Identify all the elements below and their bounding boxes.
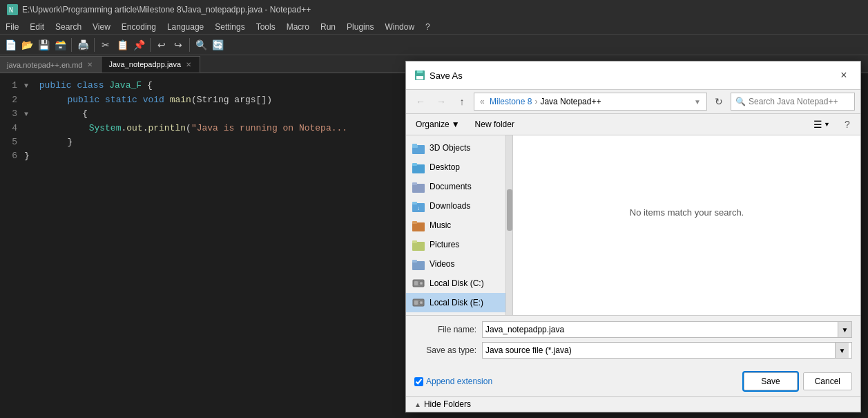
- new-folder-button[interactable]: New folder: [470, 117, 520, 131]
- toolbar-open[interactable]: 📂: [19, 37, 35, 53]
- nav-item-3d-objects-label: 3D Objects: [430, 143, 500, 153]
- menu-macro[interactable]: Macro: [281, 19, 315, 34]
- menu-run[interactable]: Run: [315, 19, 341, 34]
- nav-item-downloads-label: Downloads: [430, 201, 500, 211]
- view-button[interactable]: ☰ ▼: [809, 117, 834, 132]
- nav-back-button[interactable]: ←: [412, 93, 430, 111]
- dialog-close-button[interactable]: ×: [836, 67, 852, 84]
- filetype-dropdown-arrow[interactable]: ▼: [835, 343, 849, 358]
- local-disk-e-icon: [412, 296, 425, 310]
- menu-view[interactable]: View: [87, 19, 116, 34]
- nav-item-desktop[interactable]: Desktop: [406, 158, 505, 177]
- dialog-toolbar: Organize ▼ New folder ☰ ▼ ?: [406, 114, 860, 135]
- svg-rect-26: [414, 301, 418, 305]
- help-button[interactable]: ?: [840, 117, 855, 132]
- tab-0[interactable]: java.notepad++.en.md ✕: [0, 56, 102, 73]
- window-title: E:\Upwork\Programming article\Milestone …: [22, 5, 311, 15]
- search-box[interactable]: 🔍: [731, 93, 855, 111]
- menu-tools[interactable]: Tools: [251, 19, 281, 34]
- nav-item-desktop-label: Desktop: [430, 162, 500, 172]
- new-folder-label: New folder: [475, 120, 514, 129]
- nav-up-button[interactable]: ↑: [453, 93, 471, 111]
- nav-item-local-disk-c[interactable]: Local Disk (C:): [406, 274, 505, 293]
- menu-file[interactable]: File: [0, 19, 24, 34]
- nav-item-music-label: Music: [430, 220, 500, 230]
- breadcrumb-expand[interactable]: ▼: [694, 98, 701, 106]
- line-num-6: 6: [0, 149, 24, 163]
- search-icon: 🔍: [735, 97, 746, 106]
- toolbar-cut[interactable]: ✂: [98, 37, 113, 53]
- search-input[interactable]: [749, 97, 850, 106]
- menu-bar: File Edit Search View Encoding Language …: [0, 19, 868, 35]
- filename-input[interactable]: [485, 325, 835, 334]
- toolbar-save-all[interactable]: 🗃️: [52, 37, 68, 53]
- filetype-label: Save as type:: [414, 345, 476, 355]
- tab-1-close[interactable]: ✕: [184, 61, 193, 68]
- filename-dropdown-arrow[interactable]: ▼: [838, 322, 851, 337]
- menu-encoding[interactable]: Encoding: [116, 19, 162, 34]
- svg-rect-9: [412, 163, 417, 166]
- organize-button[interactable]: Organize ▼: [412, 117, 464, 131]
- left-panel-scroll-thumb[interactable]: [507, 189, 512, 231]
- save-button[interactable]: Save: [744, 372, 797, 390]
- toolbar-find[interactable]: 🔍: [193, 37, 209, 53]
- menu-search[interactable]: Search: [50, 19, 87, 34]
- append-extension-checkbox[interactable]: [414, 377, 423, 386]
- toolbar-print[interactable]: 🖨️: [75, 37, 90, 53]
- filetype-value: Java source file (*.java): [485, 345, 835, 355]
- nav-item-music[interactable]: Music: [406, 216, 505, 235]
- toolbar-new[interactable]: 📄: [3, 37, 18, 53]
- nav-item-videos[interactable]: Videos: [406, 254, 505, 274]
- tab-1-label: Java_notepadpp.java: [108, 60, 181, 68]
- toolbar-redo[interactable]: ↪: [171, 37, 186, 53]
- svg-rect-20: [412, 260, 417, 263]
- nav-item-local-disk-e[interactable]: Local Disk (E:): [406, 293, 505, 312]
- app-icon: N: [7, 4, 18, 15]
- menu-plugins[interactable]: Plugins: [341, 19, 379, 34]
- menu-help[interactable]: ?: [420, 19, 436, 34]
- breadcrumb-arrow: ›: [534, 97, 537, 106]
- toolbar-copy[interactable]: 📋: [115, 37, 130, 53]
- svg-point-24: [421, 283, 423, 285]
- menu-settings[interactable]: Settings: [209, 19, 250, 34]
- nav-item-documents[interactable]: Documents: [406, 177, 505, 196]
- nav-item-downloads[interactable]: ↓ Downloads: [406, 196, 505, 216]
- svg-point-28: [421, 302, 423, 304]
- toolbar-replace[interactable]: 🔄: [210, 37, 225, 53]
- cancel-button[interactable]: Cancel: [803, 372, 852, 390]
- nav-item-3d-objects[interactable]: 3D Objects: [406, 138, 505, 158]
- nav-item-local-disk-c-label: Local Disk (C:): [430, 278, 500, 288]
- nav-forward-button[interactable]: →: [432, 93, 450, 111]
- view-icon: ☰: [813, 119, 822, 130]
- filename-input-wrapper[interactable]: ▼: [482, 321, 852, 338]
- toolbar-sep-1: [71, 38, 72, 52]
- toolbar-paste[interactable]: 📌: [131, 37, 146, 53]
- tab-1[interactable]: Java_notepadpp.java ✕: [102, 56, 200, 73]
- dialog-title-text: Save As: [430, 70, 831, 81]
- svg-rect-3: [417, 70, 423, 73]
- svg-rect-16: [412, 221, 417, 224]
- append-extension-label[interactable]: Append extension: [414, 377, 492, 386]
- svg-rect-11: [412, 182, 417, 185]
- menu-window[interactable]: Window: [379, 19, 420, 34]
- line-num-3: 3: [0, 107, 24, 122]
- toolbar-save[interactable]: 💾: [36, 37, 51, 53]
- menu-edit[interactable]: Edit: [24, 19, 50, 34]
- append-extension-link[interactable]: Append extension: [426, 377, 492, 386]
- save-dialog-icon: [414, 70, 425, 81]
- menu-language[interactable]: Language: [162, 19, 209, 34]
- breadcrumb-current: Java Notepad++: [540, 97, 601, 106]
- tab-0-close[interactable]: ✕: [86, 61, 94, 68]
- nav-item-pictures[interactable]: Pictures: [406, 235, 505, 254]
- filetype-row: Save as type: Java source file (*.java) …: [414, 342, 852, 359]
- dialog-form: File name: ▼ Save as type: Java source f…: [406, 315, 860, 368]
- breadcrumb-milestone8[interactable]: Milestone 8: [490, 97, 532, 106]
- toolbar-undo[interactable]: ↩: [154, 37, 169, 53]
- left-panel: 3D Objects Desktop: [406, 135, 505, 315]
- nav-refresh-button[interactable]: ↻: [710, 93, 728, 111]
- hide-folders-row[interactable]: ▲ Hide Folders: [406, 396, 860, 412]
- toolbar-sep-3: [150, 38, 151, 52]
- left-panel-scrollbar[interactable]: [505, 135, 512, 315]
- dialog-right-panel: No items match your search.: [513, 135, 860, 315]
- filetype-select[interactable]: Java source file (*.java) ▼: [482, 342, 852, 359]
